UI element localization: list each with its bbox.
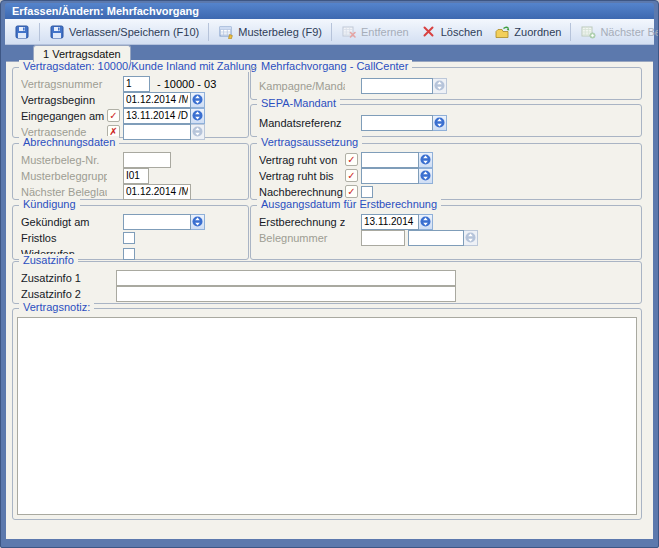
red-check-icon[interactable]: ✓ — [345, 153, 358, 166]
vertragsende-input[interactable] — [123, 124, 191, 140]
nachberechnung-row: Nachberechnung ✓ — [259, 184, 641, 199]
naechster-beleglauf-label: Nächster Beleglauf — [600, 26, 659, 38]
zusatzinfo2-row: Zusatzinfo 2 — [21, 286, 641, 301]
vertrag-ruht-von-input[interactable] — [361, 152, 419, 168]
vertragsbeginn-label: Vertragsbeginn — [21, 94, 107, 106]
toolbar-separator — [331, 23, 332, 41]
naechster-beleglauf-button[interactable]: Nächster Beleglauf — [574, 22, 659, 42]
mandatsreferenz-input[interactable] — [361, 115, 433, 131]
ruht-von-row: Vertrag ruht von ✓ — [259, 152, 641, 167]
erstberechnung-zum-input[interactable] — [361, 214, 419, 230]
group-abrechnungsdaten: Abrechnungsdaten Musterbeleg-Nr. Musterb… — [12, 143, 249, 200]
save-button[interactable] — [8, 22, 36, 42]
group-title: Ausgangsdatum für Erstberechnung — [257, 198, 441, 210]
entfernen-label: Entfernen — [361, 26, 409, 38]
widerrufen-checkbox[interactable] — [123, 248, 135, 260]
zuordnen-button[interactable]: Zuordnen — [488, 22, 567, 42]
group-title: Mehrfachvorgang - CallCenter — [257, 60, 412, 72]
date-spinner-icon[interactable] — [419, 168, 433, 184]
musterbeleg-nr-input[interactable] — [123, 152, 171, 168]
date-spinner-icon[interactable] — [191, 214, 205, 230]
eingegangen-am-input[interactable] — [123, 108, 191, 124]
gekuendigt-am-input[interactable] — [123, 214, 191, 230]
group-zusatzinfo: Zusatzinfo Zusatzinfo 1 Zusatzinfo 2 — [12, 261, 642, 304]
tab-vertragsdaten[interactable]: 1 Vertragsdaten — [33, 45, 131, 62]
group-title: Zusatzinfo — [19, 254, 78, 266]
zusatzinfo2-input[interactable] — [116, 286, 456, 302]
naechster-beleglauf-input[interactable] — [123, 184, 191, 200]
lookup-spinner-icon[interactable] — [433, 78, 447, 94]
vertrag-ruht-bis-label: Vertrag ruht bis — [259, 170, 345, 182]
group-kuendigung: Kündigung Gekündigt am Fristlos Widerruf… — [12, 205, 249, 260]
date-spinner-icon[interactable] — [191, 108, 205, 124]
group-vertragsaussetzung: Vertragsaussetzung Vertrag ruht von ✓ Ve… — [250, 143, 642, 200]
vertragsbeginn-input[interactable] — [123, 92, 191, 108]
content-panel: Vertragsdaten: 10000/Kunde Inland mit Za… — [6, 61, 653, 539]
eingegangen-row: Eingegangen am ✓ — [21, 108, 248, 123]
kampagne-mandant-input[interactable] — [361, 78, 433, 94]
floppy-disk-icon — [49, 25, 65, 39]
leave-save-button[interactable]: Verlassen/Speichern (F10) — [43, 22, 205, 42]
group-sepa-mandant: SEPA-Mandant Mandatsreferenz — [250, 104, 642, 137]
group-title: Vertragsnotiz: — [19, 301, 94, 313]
window-title-bar: Erfassen/Ändern: Mehrfachvorgang — [5, 3, 654, 19]
vertragsnummer-suffix: - 10000 - 03 — [157, 78, 216, 90]
date-spinner-icon[interactable] — [419, 214, 433, 230]
loeschen-label: Löschen — [441, 26, 483, 38]
group-ausgangsdatum-erstberechnung: Ausgangsdatum für Erstberechnung Erstber… — [250, 205, 642, 260]
leave-save-label: Verlassen/Speichern (F10) — [69, 26, 199, 38]
erstberechnung-zum-row: Erstberechnung zum — [259, 214, 641, 229]
red-check-icon[interactable]: ✓ — [345, 169, 358, 182]
nachberechnung-checkbox[interactable] — [361, 186, 373, 198]
naechster-beleglauf-label: Nächster Beleglauf — [21, 186, 107, 198]
next-grid-icon — [580, 25, 596, 39]
red-check-icon[interactable]: ✓ — [345, 185, 358, 198]
assign-folder-icon — [494, 25, 510, 39]
mandatsreferenz-label: Mandatsreferenz — [259, 117, 345, 129]
fristlos-row: Fristlos — [21, 230, 248, 245]
zuordnen-label: Zuordnen — [514, 26, 561, 38]
musterbeleg-nr-label: Musterbeleg-Nr. — [21, 154, 107, 166]
vertragsnotiz-textarea[interactable] — [17, 317, 637, 515]
gekuendigt-am-label: Gekündigt am — [21, 216, 107, 228]
zusatzinfo1-input[interactable] — [116, 270, 456, 286]
document-grid-icon — [218, 25, 234, 39]
date-spinner-icon[interactable] — [191, 92, 205, 108]
musterbeleg-button[interactable]: Musterbeleg (F9) — [212, 22, 328, 42]
loeschen-button[interactable]: Löschen — [415, 22, 489, 42]
lookup-spinner-icon[interactable] — [464, 230, 478, 246]
tab-label: 1 Vertragsdaten — [43, 48, 121, 60]
musterbeleggruppe-input[interactable] — [123, 168, 149, 184]
erstberechnung-zum-label: Erstberechnung zum — [259, 216, 345, 228]
vertragsnummer-row: Vertragsnummer - 10000 - 03 — [21, 76, 248, 91]
entfernen-button[interactable]: Entfernen — [335, 22, 415, 42]
vertragsnummer-input[interactable] — [123, 76, 150, 92]
window-title: Erfassen/Ändern: Mehrfachvorgang — [12, 5, 199, 17]
floppy-disk-icon — [14, 25, 30, 39]
nachberechnung-label: Nachberechnung — [259, 186, 345, 198]
eingegangen-am-label: Eingegangen am — [21, 110, 107, 122]
group-mehrfachvorgang-callcenter: Mehrfachvorgang - CallCenter Kampagne/Ma… — [250, 67, 642, 100]
vertrag-ruht-bis-input[interactable] — [361, 168, 419, 184]
belegnummer-row: Belegnummer — [259, 230, 641, 245]
musterbeleg-nr-row: Musterbeleg-Nr. — [21, 152, 248, 167]
remove-grid-icon — [341, 25, 357, 39]
group-title: Vertragsaussetzung — [257, 136, 362, 148]
naechster-beleglauf-row: Nächster Beleglauf — [21, 184, 248, 199]
app-window: Erfassen/Ändern: Mehrfachvorgang Verlass… — [0, 0, 659, 548]
date-spinner-icon[interactable] — [419, 152, 433, 168]
red-x-icon — [421, 25, 437, 39]
belegnummer-input-2[interactable] — [408, 230, 464, 246]
kampagne-mandant-label: Kampagne/Mandant — [259, 80, 345, 92]
lookup-spinner-icon[interactable] — [433, 115, 447, 131]
musterbeleggruppe-label: Musterbeleggruppe — [21, 170, 107, 182]
belegnummer-label: Belegnummer — [259, 232, 345, 244]
vertrag-ruht-von-label: Vertrag ruht von — [259, 154, 345, 166]
toolbar-separator — [208, 23, 209, 41]
belegnummer-input-1[interactable] — [361, 230, 405, 246]
fristlos-label: Fristlos — [21, 232, 107, 244]
red-check-icon[interactable]: ✓ — [107, 109, 120, 122]
toolbar: Verlassen/Speichern (F10) Musterbeleg (F… — [5, 19, 654, 45]
date-spinner-icon[interactable] — [191, 124, 205, 140]
fristlos-checkbox[interactable] — [123, 232, 135, 244]
